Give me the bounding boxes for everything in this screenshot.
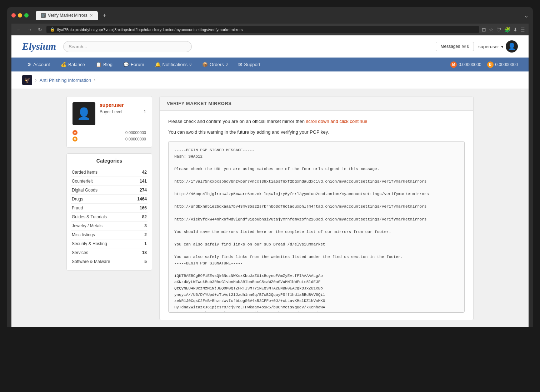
category-count: 82 [142,214,147,219]
shield-icon[interactable]: 🛡 [496,27,501,33]
category-name: Counterfeit [72,179,93,184]
messages-label: Messages [440,44,460,49]
sidebar-btc-icon: B [72,137,78,142]
sidebar-xmr-icon: M [72,130,78,135]
blog-icon: 📋 [96,62,101,67]
forum-icon: 💬 [123,62,129,67]
url-text: ifyal75nkxpxsbbdybnzyppr7vncxj3hxtiapsfn… [57,28,243,32]
lock-icon: 🔒 [50,27,55,32]
category-count: 274 [140,188,147,193]
forum-label: Forum [131,62,144,67]
category-item[interactable]: Carded Items42 [71,168,148,177]
user-details: superuser Buyer Level 1 [100,102,146,115]
window-menu-button[interactable]: ⌄ [524,12,529,19]
account-icon: ⚙ [27,62,31,67]
category-item[interactable]: Security & Hosting1 [71,239,148,248]
category-count: 18 [142,250,147,255]
nav-support[interactable]: ✉ Support [233,58,265,71]
btc-icon: B [487,61,494,68]
browser-titlebar: 🛒 Verify Market Mirrors ✕ + ⌄ [11,11,529,20]
category-item[interactable]: Jewelry / Metals3 [71,222,148,230]
category-name: Carded Items [72,170,98,175]
star-icon[interactable]: ☆ [489,27,494,33]
nav-notifications[interactable]: 🔔 Notifications 0 [150,58,196,71]
buyer-level-row: Buyer Level 1 [100,109,146,114]
user-card: 👤 superuser Buyer Level 1 M 0 [66,96,152,148]
user-dropdown-icon: ▾ [501,44,504,49]
address-bar-row: ← → ↻ 🔒 ifyal75nkxpxsbbdybnzyppr7vncxj3h… [11,24,529,35]
site-logo: Elysium [22,41,56,52]
category-name: Fraud [72,205,83,210]
site-header: Elysium Messages ✉ 0 superuser ▾ 👤 [11,35,529,58]
category-count: 42 [142,170,147,175]
search-input[interactable] [63,41,192,52]
category-item[interactable]: Digital Goods274 [71,186,148,195]
breadcrumb: 🦅 › Anti Phishing Information › [11,71,529,89]
category-name: Jewelry / Metals [72,223,102,228]
category-item[interactable]: Services18 [71,248,148,257]
notifications-icon: 🔔 [155,62,161,67]
nav-account[interactable]: ⚙ Account [22,58,55,71]
bookmark-icon[interactable]: ⊡ [482,27,486,33]
btc-balance-row: B 0.00000000 [72,137,146,142]
categories-title: Categories [71,158,148,164]
buyer-level-label: Buyer Level [100,109,122,114]
main-content: 👤 superuser Buyer Level 1 M 0 [56,89,484,327]
minimize-window-button[interactable] [18,13,22,18]
xmr-balance-row: M 0.00000000 [72,130,146,135]
sidebar-avatar: 👤 [72,102,95,125]
address-bar[interactable]: 🔒 ifyal75nkxpxsbbdybnzyppr7vncxj3hxtiaps… [46,26,479,33]
close-window-button[interactable] [11,13,16,18]
breadcrumb-arrow: › [94,78,95,83]
tab-title: Verify Market Mirrors [48,13,88,18]
category-count: 1464 [137,197,147,202]
download-icon[interactable]: ⬇ [513,27,518,33]
content-title: VERIFY MARKET MIRRORS [160,96,473,111]
forward-button[interactable]: → [26,26,34,33]
nav-forum[interactable]: 💬 Forum [118,58,149,71]
site-navigation: ⚙ Account 💰 Balance 📋 Blog 💬 Forum [11,58,529,71]
new-tab-button[interactable]: + [101,11,108,19]
blog-label: Blog [103,62,112,67]
category-item[interactable]: Counterfeit141 [71,177,148,186]
nav-orders[interactable]: 📦 Orders 0 [197,58,232,71]
user-avatar: 👤 [506,40,518,53]
category-count: 166 [140,205,147,210]
content-body: Please check and confirm you are on an o… [160,111,473,320]
categories-box: Categories Carded Items42Counterfeit141D… [66,153,152,271]
buyer-level-value: 1 [144,109,146,114]
back-button[interactable]: ← [15,26,23,33]
user-card-top: 👤 superuser Buyer Level 1 [72,102,146,125]
categories-list: Carded Items42Counterfeit141Digital Good… [71,168,148,266]
browser-window: 🛒 Verify Market Mirrors ✕ + ⌄ ← → ↻ 🔒 if… [7,7,533,327]
active-tab[interactable]: 🛒 Verify Market Mirrors ✕ [36,11,98,20]
category-item[interactable]: Guides & Tutorials82 [71,213,148,222]
maximize-window-button[interactable] [24,13,29,18]
user-menu[interactable]: superuser ▾ 👤 [478,40,518,53]
nav-balance[interactable]: 💰 Balance [56,58,90,71]
category-count: 1 [144,241,147,246]
category-count: 3 [144,223,147,228]
sidebar-username: superuser [100,102,146,108]
category-item[interactable]: Software & Malware5 [71,257,148,266]
warning-prefix: Please check and confirm you are on an o… [168,119,305,124]
extensions-icon[interactable]: 🧩 [504,27,510,33]
username-display: superuser [478,44,499,49]
category-name: Security & Hosting [72,241,107,246]
nav-blog[interactable]: 📋 Blog [91,58,118,71]
reload-button[interactable]: ↻ [36,26,44,33]
breadcrumb-separator: › [35,77,37,83]
category-item[interactable]: Fraud166 [71,204,148,213]
menu-icon[interactable]: ☰ [520,27,525,33]
category-item[interactable]: Misc listings2 [71,230,148,239]
notifications-label: Notifications [162,62,188,67]
category-name: Misc listings [72,232,95,237]
xmr-icon: M [450,61,457,68]
category-item[interactable]: Drugs1464 [71,195,148,204]
orders-label: Orders [210,62,224,67]
pgp-content: -----BEGIN PGP SIGNED MESSAGE----- Hash:… [168,141,465,313]
messages-button[interactable]: Messages ✉ 0 [436,42,474,51]
tab-favicon: 🛒 [41,13,46,18]
breadcrumb-home-icon[interactable]: 🦅 [22,75,32,85]
tab-close-button[interactable]: ✕ [90,13,93,18]
